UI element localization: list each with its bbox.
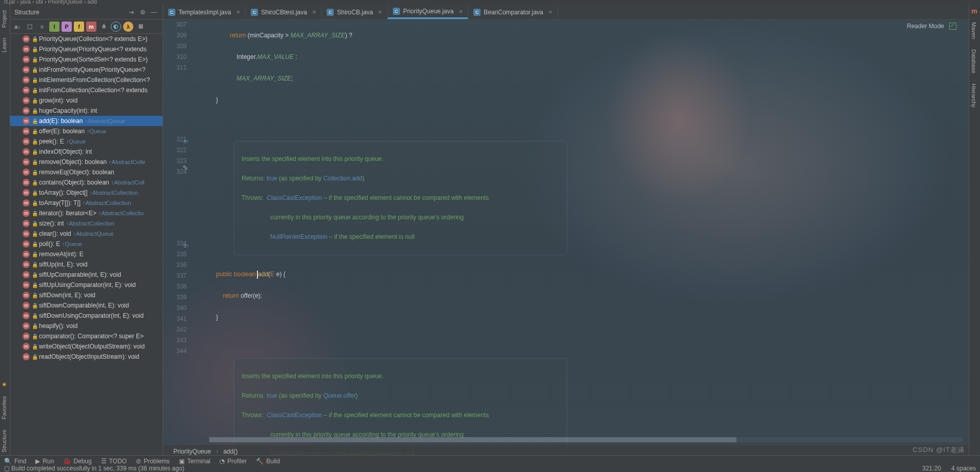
structure-tool-tab[interactable]: Structure [0, 424, 8, 458]
structure-tree-item[interactable]: m🔒contains(Object): boolean ↑AbstractCol… [10, 177, 163, 188]
caret-position[interactable]: 321:20 [922, 465, 941, 472]
show-lambda-icon[interactable]: λ [123, 22, 133, 32]
editor-tab[interactable]: CShiroCBtest.java× [246, 5, 322, 19]
structure-tree-item[interactable]: m🔒readObject(ObjectInputStream): void [10, 352, 163, 362]
todo-tool[interactable]: ☰TODO [101, 458, 127, 465]
tree-item-label: poll(): E [39, 240, 60, 248]
structure-tree-item[interactable]: m🔒size(): int ↑AbstractCollection [10, 218, 163, 229]
structure-tree-item[interactable]: m🔒heapify(): void [10, 321, 163, 331]
status-square-icon[interactable]: ▢ [4, 465, 10, 472]
build-tool[interactable]: 🔨Build [256, 458, 280, 465]
editor-tab[interactable]: CTemplatesImpl.java× [163, 5, 246, 19]
structure-tree-item[interactable]: m🔒remove(Object): boolean ↑AbstractColle [10, 157, 163, 167]
sort-visibility-icon[interactable]: ⬚ [25, 22, 35, 32]
debug-tool[interactable]: 🐞Debug [63, 458, 91, 465]
structure-tree-item[interactable]: m🔒siftDown(int, E): void [10, 290, 163, 300]
tree-item-label: offer(E): boolean [39, 128, 85, 135]
structure-tree-item[interactable]: m🔒removeEq(Object): boolean [10, 167, 163, 177]
close-tab-icon[interactable]: × [312, 8, 316, 16]
editor-tab[interactable]: CShiroCB.java× [322, 5, 388, 19]
terminal-tool[interactable]: ▣Terminal [179, 458, 210, 465]
structure-tree-item[interactable]: m🔒iterator(): Iterator<E> ↑AbstractColle… [10, 208, 163, 218]
expand-all-icon[interactable]: ⊞ [135, 22, 146, 32]
structure-tree-item[interactable]: m🔒initElementsFromCollection(Collection<… [10, 75, 163, 85]
breadcrumb-method[interactable]: add() [223, 448, 237, 455]
horizontal-scrollbar[interactable] [209, 437, 963, 442]
structure-tree-item[interactable]: m🔒initFromPriorityQueue(PriorityQueue<? [10, 65, 163, 75]
code-editor[interactable]: return (minCapacity > MAX_ARRAY_SIZE) ? … [209, 19, 969, 443]
doc-link[interactable]: NullPointerException [270, 233, 327, 240]
editor-tab[interactable]: CBeanComparator.java× [468, 5, 558, 19]
structure-tree-item[interactable]: m🔒siftUpUsingComparator(int, E): void [10, 280, 163, 290]
structure-tree-item[interactable]: m🔒comparator(): Comparator<? super E> [10, 331, 163, 341]
structure-tree-item[interactable]: m🔒siftDownUsingComparator(int, E): void [10, 311, 163, 321]
doc-link[interactable]: Collection.add [323, 175, 362, 182]
doc-link[interactable]: ClassCastException [267, 194, 322, 201]
tree-item-label: indexOf(Object): int [39, 148, 92, 155]
sort-alpha-icon[interactable]: a↓ [12, 22, 23, 32]
show-methods-icon[interactable]: m [86, 22, 96, 32]
project-tool-tab[interactable]: Project [0, 5, 8, 33]
reader-mode-indicator[interactable]: Reader Mode [907, 23, 956, 30]
gutter-marks: o↑ o↑ [163, 19, 209, 443]
tree-item-label: toArray(): Object[] [39, 189, 88, 196]
structure-tree-item[interactable]: m🔒peek(): E ↑Queue [10, 136, 163, 147]
scrollbar-thumb[interactable] [209, 437, 736, 442]
autoscroll-source-icon[interactable]: ◐ [111, 22, 121, 32]
hide-icon[interactable]: — [149, 8, 158, 17]
profiler-tool[interactable]: ◔Profiler [219, 458, 247, 465]
structure-tree-item[interactable]: m🔒grow(int): void [10, 95, 163, 106]
structure-tree-item[interactable]: m🔒writeObject(ObjectOutputStream): void [10, 341, 163, 352]
find-tool[interactable]: 🔍Find [4, 458, 26, 465]
favorites-tool-tab[interactable]: Favorites [0, 391, 8, 424]
close-tab-icon[interactable]: × [548, 8, 552, 16]
hierarchy-tool-tab[interactable]: Hierarchy [969, 78, 978, 113]
structure-tree-item[interactable]: m🔒toArray(T[]): T[] ↑AbstractCollection [10, 198, 163, 208]
maven-icon[interactable]: m [969, 5, 980, 17]
database-tool-tab[interactable]: Database [969, 44, 978, 78]
structure-tree-item[interactable]: m🔒hugeCapacity(int): int [10, 106, 163, 116]
structure-tree-item[interactable]: m🔒add(E): boolean ↑AbstractQueue [10, 116, 163, 126]
indent-setting[interactable]: 4 spaces [951, 465, 976, 472]
method-icon: m [23, 271, 30, 278]
tree-item-label: siftDown(int, E): void [39, 292, 95, 299]
collapse-icon[interactable]: ⇥ [127, 8, 136, 17]
structure-tree-item[interactable]: m🔒initFromCollection(Collection<? extend… [10, 85, 163, 95]
structure-tree[interactable]: m🔒PriorityQueue(Collection<? extends E>)… [10, 34, 163, 458]
edit-pencil-icon[interactable]: ✎ [183, 164, 188, 172]
breadcrumb-class[interactable]: PriorityQueue [173, 448, 211, 455]
override-gutter-icon[interactable]: o↑ [184, 243, 189, 249]
lock-icon: 🔒 [32, 149, 37, 155]
maven-tool-tab[interactable]: Maven [969, 17, 978, 44]
structure-tree-item[interactable]: m🔒clear(): void ↑AbstractQueue [10, 229, 163, 239]
structure-tree-item[interactable]: m🔒siftDownComparable(int, E): void [10, 300, 163, 311]
show-inherited-icon[interactable]: ⋔ [98, 22, 109, 32]
structure-tree-item[interactable]: m🔒PriorityQueue(SortedSet<? extends E>) [10, 54, 163, 65]
structure-tree-item[interactable]: m🔒PriorityQueue(PriorityQueue<? extends [10, 44, 163, 54]
close-tab-icon[interactable]: × [236, 8, 241, 16]
problems-tool[interactable]: ⊘Problems [136, 458, 170, 465]
close-tab-icon[interactable]: × [459, 8, 463, 15]
gear-icon[interactable]: ⚙ [138, 8, 147, 17]
structure-tree-item[interactable]: m🔒indexOf(Object): int [10, 147, 163, 157]
structure-tree-item[interactable]: m🔒toArray(): Object[] ↑AbstractCollectio… [10, 188, 163, 198]
run-tool[interactable]: ▶Run [35, 458, 54, 465]
doc-link[interactable]: Queue.offer [323, 392, 355, 399]
structure-tree-item[interactable]: m🔒siftUpComparable(int, E): void [10, 270, 163, 280]
override-gutter-icon[interactable]: o↑ [184, 138, 189, 144]
tree-item-label: initElementsFromCollection(Collection<? [39, 76, 150, 84]
structure-tree-item[interactable]: m🔒poll(): E ↑Queue [10, 239, 163, 249]
structure-tree-item[interactable]: m🔒PriorityQueue(Collection<? extends E>) [10, 34, 163, 44]
structure-tree-item[interactable]: m🔒siftUp(int, E): void [10, 259, 163, 270]
show-properties-icon[interactable]: P [62, 22, 72, 32]
editor-tab[interactable]: CPriorityQueue.java× [388, 5, 468, 19]
show-interfaces-icon[interactable]: I [49, 22, 59, 32]
structure-tree-item[interactable]: m🔒removeAt(int): E [10, 249, 163, 259]
doc-link[interactable]: ClassCastException [267, 412, 322, 419]
structure-tree-item[interactable]: m🔒offer(E): boolean ↑Queue [10, 126, 163, 136]
favorites-star-icon[interactable]: ★ [0, 378, 9, 391]
group-icon[interactable]: ≡ [37, 22, 47, 32]
learn-tool-tab[interactable]: Learn [0, 33, 8, 57]
close-tab-icon[interactable]: × [378, 8, 382, 16]
show-fields-icon[interactable]: f [74, 22, 84, 32]
